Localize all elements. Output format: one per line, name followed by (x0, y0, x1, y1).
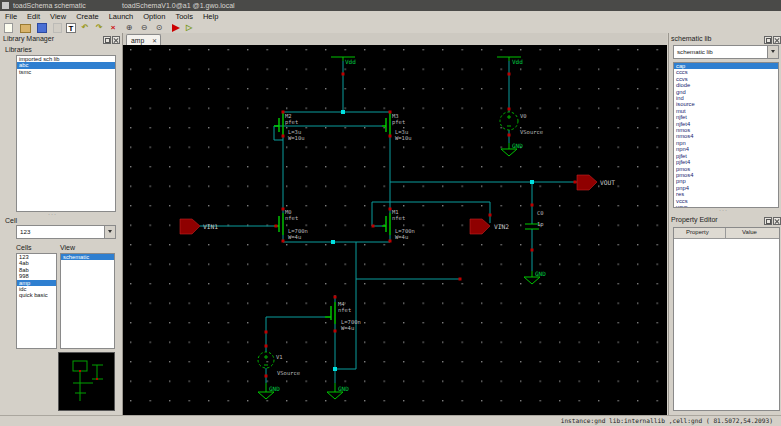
device-model: pfet (285, 119, 298, 126)
status-bar: instance:gnd lib:internallib ,cell:gnd (… (0, 415, 781, 426)
chevron-down-icon[interactable] (767, 46, 778, 58)
libraries-list[interactable]: imported sch lib abc tsmc (16, 55, 116, 212)
window-subtitle: toadSchemaV1.0@a1 @1.gwo.local (122, 0, 235, 11)
library-manager-panel: Library Manager Libraries imported sch l… (0, 33, 123, 415)
source-model: VSource (277, 370, 300, 376)
undo-icon[interactable]: ↶ (80, 23, 90, 32)
dock-icon[interactable] (103, 36, 111, 44)
paste-icon[interactable] (53, 23, 62, 33)
menu-edit[interactable]: Edit (22, 11, 45, 22)
column-header-property[interactable]: Property (686, 229, 709, 235)
preview-drawing (59, 353, 114, 410)
device-model: nfet (285, 215, 298, 221)
tab-close-icon[interactable]: ✕ (152, 37, 157, 44)
cell-preview-thumbnail (58, 352, 115, 411)
property-table: Property Value (673, 227, 780, 411)
device-param: W=4u (341, 325, 354, 331)
source-name: V0 (520, 113, 527, 119)
application-window: toadSchema schematic toadSchemaV1.0@a1 @… (0, 0, 781, 426)
dock-icon[interactable] (764, 217, 772, 225)
close-icon[interactable] (773, 217, 781, 225)
zoom-in-icon[interactable]: ⊕ (124, 23, 134, 32)
schematic-lib-title: schematic lib (671, 35, 711, 42)
app-icon (2, 2, 9, 9)
views-list[interactable]: schematic (60, 253, 115, 349)
window-title: toadSchema schematic (13, 0, 86, 11)
redo-icon[interactable]: ↷ (94, 23, 104, 32)
library-manager-title: Library Manager (3, 35, 54, 42)
simulate-icon[interactable]: ▷ (184, 23, 194, 32)
libraries-label: Libraries (5, 46, 32, 53)
cells-list[interactable]: 123 4ab 8ab 998 amp idc quick basic (16, 253, 57, 349)
schematic-lib-list[interactable]: cap cccs ccvs diode gnd ind isource mut … (673, 62, 779, 208)
device-param: W=4u (395, 234, 408, 240)
close-icon[interactable] (773, 36, 781, 44)
list-item[interactable]: tsmc (17, 69, 115, 75)
list-item[interactable]: quick basic (17, 292, 56, 298)
property-editor-panel: Property Editor Property Value (668, 213, 781, 415)
cell-combobox-value: 123 (20, 227, 30, 237)
schematic-drawing[interactable]: Vdd Vdd GND GND GND GND M2 pfet L=3u W=1… (123, 45, 667, 415)
capacitor-name: C0 (537, 210, 544, 216)
column-header-value[interactable]: Value (742, 229, 757, 235)
device-model: pfet (392, 119, 405, 126)
device-model: nfet (338, 307, 351, 313)
view-label: View (60, 244, 75, 251)
save-icon[interactable] (37, 23, 47, 33)
gnd-label: GND (535, 270, 546, 277)
open-folder-icon[interactable] (20, 24, 31, 33)
chevron-down-icon[interactable] (104, 226, 115, 238)
delete-icon[interactable]: × (108, 23, 118, 32)
capacitor-value: 1p (537, 221, 544, 228)
new-file-icon[interactable] (4, 23, 13, 33)
netlist-run-icon[interactable] (172, 24, 180, 32)
list-item[interactable]: schematic (61, 254, 114, 260)
menu-option[interactable]: Option (138, 11, 170, 22)
schematic-lib-combobox-value: schematic lib (677, 47, 713, 57)
menu-create[interactable]: Create (71, 11, 104, 22)
property-table-header: Property Value (674, 228, 779, 239)
zoom-fit-icon[interactable]: ⊙ (154, 23, 164, 32)
close-icon[interactable] (112, 36, 120, 44)
cell-label: Cell (5, 217, 17, 224)
source-name: V1 (276, 354, 283, 360)
status-text: instance:gnd lib:internallib ,cell:gnd (… (561, 417, 773, 424)
port-label-vin1: VIN1 (203, 223, 218, 230)
splitter-grip[interactable]: ··· (48, 211, 57, 217)
tab-label: amp (131, 37, 144, 44)
property-editor-title: Property Editor (671, 216, 718, 223)
device-param: W=4u (288, 234, 301, 240)
toolbar: T ↶ ↷ × ⊕ ⊖ ⊙ ▷ (0, 22, 781, 33)
schematic-lib-panel: schematic lib schematic lib cap cccs ccv… (668, 33, 781, 213)
zoom-out-icon[interactable]: ⊖ (139, 23, 149, 32)
vdd-label: Vdd (345, 58, 356, 65)
menu-view[interactable]: View (45, 11, 71, 22)
device-param: W=10u (288, 135, 305, 141)
column-divider[interactable] (725, 228, 726, 238)
gnd-label: GND (269, 385, 280, 392)
title-bar: toadSchema schematic toadSchemaV1.0@a1 @… (0, 0, 781, 11)
menu-launch[interactable]: Launch (104, 11, 139, 22)
port-label-vin2: VIN2 (494, 223, 509, 230)
gnd-label: GND (512, 142, 523, 149)
device-model: nfet (392, 215, 405, 221)
text-tool-icon[interactable]: T (66, 23, 76, 33)
menu-help[interactable]: Help (198, 11, 223, 22)
device-param: W=10u (395, 135, 412, 141)
vdd-label: Vdd (512, 58, 523, 65)
menu-file[interactable]: File (0, 11, 22, 22)
source-model: VSource (520, 129, 543, 135)
dock-icon[interactable] (764, 36, 772, 44)
cells-label: Cells (16, 244, 32, 251)
port-label-vout: VOUT (600, 179, 615, 186)
menu-tools[interactable]: Tools (170, 11, 198, 22)
schematic-canvas[interactable]: Vdd Vdd GND GND GND GND M2 pfet L=3u W=1… (123, 45, 667, 415)
cell-combobox[interactable]: 123 (16, 225, 116, 239)
schematic-lib-combobox[interactable]: schematic lib (673, 45, 779, 59)
gnd-label: GND (338, 385, 349, 392)
